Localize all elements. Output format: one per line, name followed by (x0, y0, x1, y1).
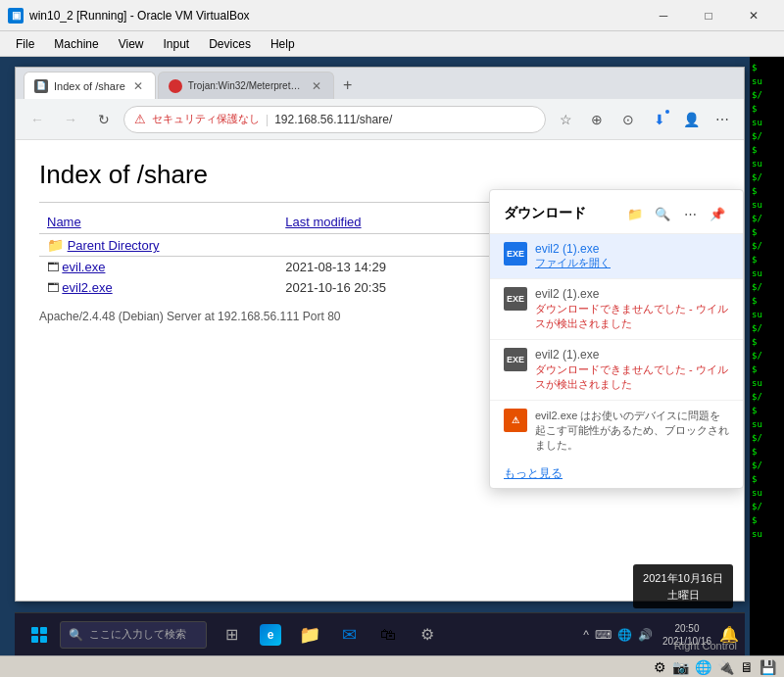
systray: ^ ⌨ 🌐 🔊 (581, 626, 655, 644)
vbox-titlebar: ▣ win10_2 [Running] - Oracle VM VirtualB… (0, 0, 784, 31)
keyboard-icon[interactable]: ⌨ (593, 626, 613, 644)
dl-info-1: evil2 (1).exe ファイルを開く (535, 242, 729, 270)
tab1-label: Index of /share (54, 80, 125, 92)
back-button[interactable]: ← (24, 106, 51, 133)
dl-info-3: evil2 (1).exe ダウンロードできませんでした - ウイルスが検出され… (535, 348, 729, 392)
tab2-label: Trojan:Win32/Meterpreter.Alc ti... (188, 80, 304, 91)
dl-icon-4: ⚠ (504, 409, 527, 432)
security-warning-icon: ⚠ (134, 112, 146, 126)
download-panel-title: ダウンロード (504, 205, 615, 222)
dl-status-2: ダウンロードできませんでした - ウイルスが検出されました (535, 302, 729, 331)
tray-arrow[interactable]: ^ (581, 626, 591, 644)
vm-settings-icon[interactable]: ⚙ (654, 659, 666, 675)
security-text: セキュリティ保護なし (152, 112, 260, 126)
forward-button[interactable]: → (57, 106, 84, 133)
dl-pin-button[interactable]: 📌 (706, 202, 729, 225)
download-header: ダウンロード 📁 🔍 ⋯ 📌 (490, 190, 743, 234)
download-footer: もっと見る (490, 459, 743, 488)
more-options-button[interactable]: ⋯ (709, 106, 736, 133)
sync-button[interactable]: ⊙ (614, 106, 642, 133)
close-button[interactable]: ✕ (731, 0, 776, 31)
dl-filename-4: evil2.exe はお使いのデバイスに問題を起こす可能性があるため、ブロックさ… (535, 409, 729, 453)
virtualbox-window: ▣ win10_2 [Running] - Oracle VM VirtualB… (0, 0, 784, 677)
col-name[interactable]: Name (39, 211, 277, 234)
dl-action-1[interactable]: ファイルを開く (535, 256, 729, 270)
taskbar-apps: ⊞ e 📁 ✉ 🛍 ⚙ (213, 616, 446, 653)
address-separator: | (266, 113, 269, 126)
date-tooltip: 2021年10月16日 土曜日 (633, 564, 733, 608)
volume-icon[interactable]: 🔊 (636, 626, 655, 644)
menu-view[interactable]: View (111, 35, 152, 53)
vm-usb-icon[interactable]: 🔌 (717, 659, 734, 675)
evil-name: 🗔 evil.exe (39, 257, 277, 278)
bookmark-star-button[interactable]: ☆ (552, 106, 579, 133)
page-heading: Index of /share (39, 160, 720, 190)
parent-link[interactable]: Parent Directory (68, 238, 160, 253)
exe-icon-1: 🗔 (47, 261, 62, 274)
menu-machine[interactable]: Machine (46, 35, 106, 53)
reload-button[interactable]: ↻ (90, 106, 118, 133)
search-placeholder: ここに入力して検索 (89, 627, 186, 642)
exe-icon-2: 🗔 (47, 281, 62, 295)
new-tab-button[interactable]: + (334, 72, 362, 99)
dl-icon-2: EXE (504, 287, 527, 311)
parent-modified (277, 234, 494, 257)
explorer-button[interactable]: 📁 (291, 616, 328, 653)
clock-time: 20:50 (674, 622, 699, 635)
tab2-close[interactable]: ✕ (310, 79, 323, 93)
vbox-title: win10_2 [Running] - Oracle VM VirtualBox (29, 9, 635, 23)
start-button[interactable] (21, 616, 58, 653)
tab-index[interactable]: 📄 Index of /share ✕ (24, 72, 156, 99)
address-text: 192.168.56.111/share/ (274, 113, 392, 126)
dl-folder-button[interactable]: 📁 (623, 202, 647, 225)
address-bar[interactable]: ⚠ セキュリティ保護なし | 192.168.56.111/share/ (123, 106, 546, 133)
vm-snapshots-icon[interactable]: 📷 (672, 659, 689, 675)
parent-name: 📁 Parent Directory (39, 234, 277, 257)
dl-status-3: ダウンロードできませんでした - ウイルスが検出されました (535, 363, 729, 392)
mail-button[interactable]: ✉ (330, 616, 368, 653)
menu-devices[interactable]: Devices (201, 35, 259, 53)
tab1-close[interactable]: ✕ (131, 79, 145, 93)
settings-button[interactable]: ⚙ (409, 616, 446, 653)
window-controls: ─ □ ✕ (641, 0, 776, 31)
download-list: EXE evil2 (1).exe ファイルを開く EXE evil2 (1).… (490, 234, 743, 459)
vm-network-icon[interactable]: 🌐 (695, 659, 711, 675)
download-item-4: ⚠ evil2.exe はお使いのデバイスに問題を起こす可能性があるため、ブロッ… (490, 401, 743, 459)
dl-filename-2: evil2 (1).exe (535, 287, 729, 301)
menu-input[interactable]: Input (156, 35, 198, 53)
evil-link[interactable]: evil.exe (62, 260, 105, 274)
download-button[interactable]: ⬇ (646, 106, 673, 133)
download-header-actions: 📁 🔍 ⋯ 📌 (623, 202, 729, 225)
edge-button[interactable]: e (252, 616, 289, 653)
profile-button[interactable]: 👤 (677, 106, 705, 133)
tooltip-line2: 土曜日 (643, 587, 723, 604)
reading-list-button[interactable]: ⊕ (583, 106, 611, 133)
store-button[interactable]: 🛍 (369, 616, 407, 653)
network-icon[interactable]: 🌐 (615, 626, 634, 644)
tooltip-line1: 2021年10月16日 (643, 570, 723, 587)
col-modified[interactable]: Last modified (277, 211, 494, 234)
menu-file[interactable]: File (8, 35, 42, 53)
vm-content: $ su $/ $ su $/ $ su $/ $ su $/ $ $/ $ s… (0, 57, 784, 655)
vm-hdd-icon[interactable]: 💾 (760, 659, 776, 675)
download-item-1: EXE evil2 (1).exe ファイルを開く (490, 234, 743, 279)
vm-display-icon[interactable]: 🖥 (740, 659, 754, 675)
tab-trojan[interactable]: Trojan:Win32/Meterpreter.Alc ti... ✕ (158, 72, 334, 99)
download-item-3: EXE evil2 (1).exe ダウンロードできませんでした - ウイルスが… (490, 340, 743, 401)
evil2-name: 🗔 evil2.exe (39, 277, 277, 298)
vbox-status-icons: ⚙ 📷 🌐 🔌 🖥 💾 (654, 659, 776, 675)
dl-info-4: evil2.exe はお使いのデバイスに問題を起こす可能性があるため、ブロックさ… (535, 409, 729, 453)
menu-help[interactable]: Help (263, 35, 303, 53)
evil2-link[interactable]: evil2.exe (62, 280, 112, 295)
dl-more-button[interactable]: ⋯ (678, 202, 702, 225)
taskview-button[interactable]: ⊞ (213, 616, 250, 653)
see-more-link[interactable]: もっと見る (504, 465, 563, 482)
vbox-icon: ▣ (8, 8, 24, 24)
right-control-label: Right Control (674, 640, 737, 652)
maximize-button[interactable]: □ (686, 0, 731, 31)
minimize-button[interactable]: ─ (641, 0, 686, 31)
taskbar-search[interactable]: 🔍 ここに入力して検索 (60, 621, 207, 649)
dl-search-button[interactable]: 🔍 (651, 202, 674, 225)
edge-icon: e (260, 624, 281, 646)
search-icon: 🔍 (69, 628, 83, 642)
